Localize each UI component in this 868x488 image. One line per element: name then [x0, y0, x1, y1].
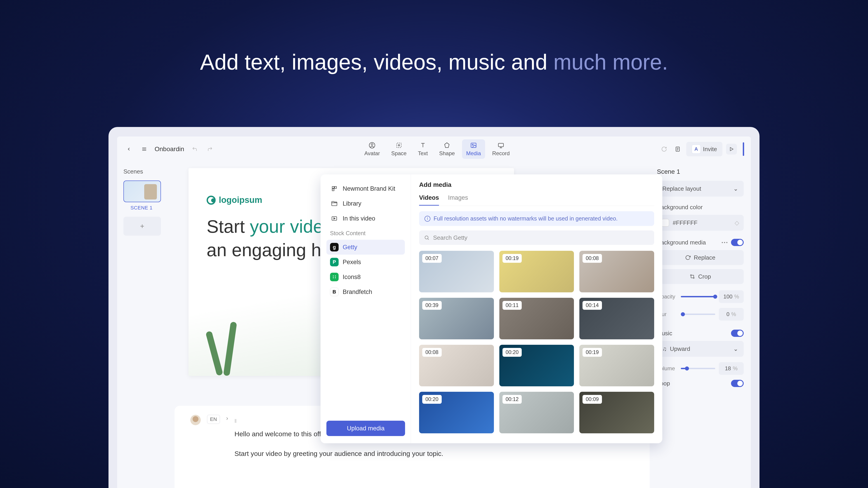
music-label: Music: [657, 330, 744, 337]
opacity-value[interactable]: 100%: [719, 290, 744, 303]
add-scene-button[interactable]: +: [123, 217, 161, 236]
plant-decoration: [202, 313, 261, 376]
source-icon: P: [330, 258, 339, 266]
blur-slider[interactable]: [681, 314, 715, 315]
replace-layout-select[interactable]: Replace layout ⌄: [657, 181, 744, 197]
svg-marker-19: [730, 148, 733, 151]
bg-color-input[interactable]: #FFFFFF ◇: [657, 215, 744, 231]
toolbar: Avatar Space Text Shape Media Record: [360, 139, 514, 159]
clip-thumbnail[interactable]: 00:08: [579, 251, 654, 292]
clip-duration: 00:19: [583, 348, 602, 357]
source-icons8[interactable]: ∷Icons8: [327, 269, 405, 285]
tool-avatar[interactable]: Avatar: [360, 139, 384, 159]
library-item[interactable]: Library: [327, 196, 405, 211]
volume-slider[interactable]: [681, 368, 715, 369]
color-swatch: [661, 219, 669, 227]
scene-title: Scene 1: [657, 168, 744, 175]
svg-point-25: [425, 236, 428, 239]
clip-duration: 00:08: [422, 348, 442, 357]
music-toggle[interactable]: [731, 330, 744, 337]
undo-button[interactable]: [190, 144, 199, 154]
media-grid: 00:0700:1900:0800:3900:1100:1400:0800:20…: [419, 251, 654, 433]
clip-thumbnail[interactable]: 00:14: [579, 298, 654, 339]
svg-rect-10: [471, 143, 476, 148]
blur-value[interactable]: 0%: [719, 308, 744, 321]
stock-heading: Stock Content: [327, 226, 405, 240]
in-video-item[interactable]: In this video: [327, 211, 405, 226]
clip-duration: 00:12: [502, 395, 522, 404]
redo-button[interactable]: [205, 144, 215, 154]
clip-thumbnail[interactable]: 00:20: [419, 392, 494, 433]
clip-thumbnail[interactable]: 00:20: [499, 345, 574, 386]
source-getty[interactable]: gGetty: [327, 240, 405, 255]
clip-duration: 00:19: [502, 254, 522, 263]
language-badge[interactable]: EN: [207, 415, 220, 424]
eyedropper-icon[interactable]: ◇: [735, 219, 739, 226]
back-button[interactable]: [124, 144, 134, 154]
project-name[interactable]: Onboardin: [155, 145, 184, 153]
topbar-left: Onboardin: [124, 144, 215, 154]
in-video-icon: [330, 214, 339, 223]
clip-thumbnail[interactable]: 00:12: [499, 392, 574, 433]
user-badge: A: [692, 144, 701, 154]
tool-media[interactable]: Media: [462, 139, 485, 159]
search-input[interactable]: Search Getty: [419, 230, 654, 245]
clip-thumbnail[interactable]: 00:07: [419, 251, 494, 292]
tab-videos[interactable]: Videos: [419, 194, 439, 205]
play-button[interactable]: [726, 144, 737, 155]
invite-button[interactable]: A Invite: [686, 142, 722, 156]
shape-icon: [443, 142, 451, 149]
tab-images[interactable]: Images: [448, 194, 468, 205]
notes-icon[interactable]: [673, 144, 683, 154]
clip-thumbnail[interactable]: 00:11: [499, 298, 574, 339]
bg-media-toggle[interactable]: [731, 239, 744, 246]
clip-thumbnail[interactable]: 00:09: [579, 392, 654, 433]
crop-button[interactable]: Crop: [657, 269, 744, 284]
clip-duration: 00:20: [502, 348, 522, 357]
clip-duration: 00:14: [583, 301, 602, 310]
scene-thumbnail[interactable]: [123, 181, 161, 202]
clip-thumbnail[interactable]: 00:19: [499, 251, 574, 292]
scenes-heading: Scenes: [123, 168, 160, 175]
clip-duration: 00:07: [422, 254, 442, 263]
clip-thumbnail[interactable]: 00:08: [419, 345, 494, 386]
chevron-down-icon: ⌄: [733, 185, 738, 192]
opacity-slider[interactable]: [681, 296, 715, 297]
sync-icon[interactable]: [659, 144, 669, 154]
source-icon: B: [330, 288, 339, 296]
svg-rect-22: [332, 189, 334, 191]
source-brandfetch[interactable]: BBrandfetch: [327, 285, 405, 299]
loop-toggle[interactable]: [731, 380, 744, 387]
clip-duration: 00:11: [502, 301, 522, 310]
loop-label: Loop: [657, 380, 744, 387]
tool-space[interactable]: Space: [387, 139, 411, 159]
info-icon: i: [425, 216, 430, 222]
track-select[interactable]: ♫Upward ⌄: [657, 341, 744, 357]
volume-value[interactable]: 18%: [719, 362, 744, 375]
chevron-right-icon[interactable]: ›: [226, 415, 228, 422]
info-banner: i Full resolution assets with no waterma…: [419, 211, 654, 226]
brandkit-icon: [330, 184, 339, 193]
tool-shape[interactable]: Shape: [435, 139, 459, 159]
text-icon: [419, 142, 427, 149]
media-sidebar: Newmont Brand Kit Library In this video …: [320, 174, 411, 443]
brand-kit-item[interactable]: Newmont Brand Kit: [327, 181, 405, 196]
clip-duration: 00:39: [422, 301, 442, 310]
clip-thumbnail[interactable]: 00:19: [579, 345, 654, 386]
script-avatar[interactable]: [190, 415, 201, 425]
svg-line-26: [428, 239, 429, 240]
svg-rect-5: [397, 143, 401, 148]
clip-thumbnail[interactable]: 00:39: [419, 298, 494, 339]
tool-record[interactable]: Record: [488, 139, 514, 159]
media-icon: [470, 142, 477, 149]
replace-button[interactable]: Replace: [657, 250, 744, 265]
more-icon[interactable]: [722, 242, 727, 243]
upload-media-button[interactable]: Upload media: [327, 421, 405, 436]
avatar-icon: [368, 142, 376, 149]
app-window: Onboardin Avatar Space Text: [117, 136, 751, 488]
chevron-down-icon: ⌄: [733, 346, 738, 352]
media-main: Add media Videos Images i Full resolutio…: [411, 174, 662, 443]
source-pexels[interactable]: PPexels: [327, 255, 405, 269]
tool-text[interactable]: Text: [414, 139, 432, 159]
menu-button[interactable]: [139, 144, 149, 154]
